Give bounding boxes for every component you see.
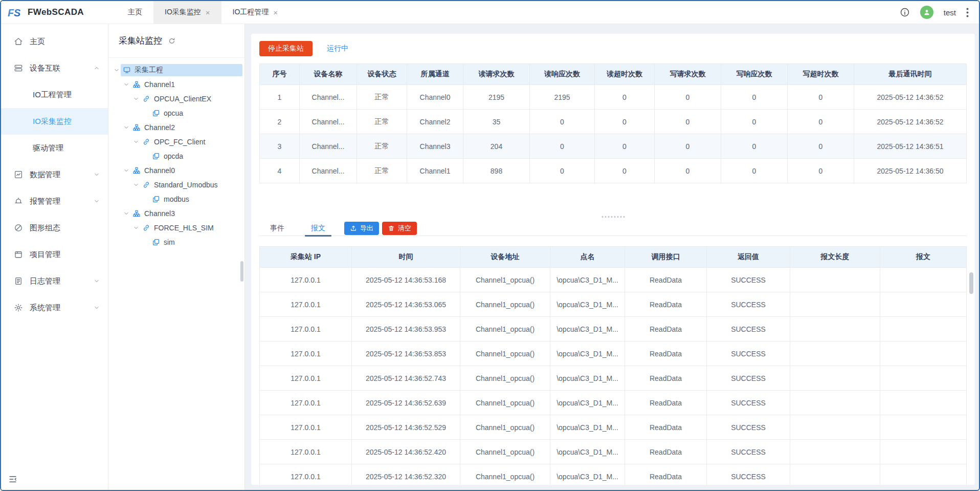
chevron-down-icon[interactable] [132,225,140,231]
tree-panel-title: 采集站监控 [119,35,162,47]
sidebar-item-graphic[interactable]: 图形组态 [1,215,108,241]
column-header: 设备名称 [300,64,357,85]
cell: 0 [595,85,655,110]
cell: 0 [595,110,655,134]
cell [880,391,967,415]
chevron-down-icon[interactable] [122,167,130,174]
sidebar-item-home[interactable]: 主页 [1,28,108,55]
tree-node-opc-fc-client[interactable]: OPC_FC_Client [113,135,242,149]
tree-node-force-hls-sim[interactable]: FORCE_HLS_SIM [113,221,242,235]
message-table-row[interactable]: 127.0.0.12025-05-12 14:36:52.639Channel1… [260,391,967,415]
cell: \opcua\C3_D1_M... [550,391,625,415]
splitter-handle-icon[interactable] [602,216,625,218]
tree-scrollbar[interactable] [240,261,243,282]
device-table-row[interactable]: 2Channel...正常Channel235000002025-05-12 1… [260,110,967,134]
message-table-row[interactable]: 127.0.0.12025-05-12 14:36:53.953Channel1… [260,317,967,341]
chevron-down-icon[interactable] [122,124,130,131]
cell: Channel1_opcua() [460,341,550,366]
cell: 127.0.0.1 [260,391,352,415]
tree-node-modbus[interactable]: modbus [113,192,242,206]
brand: FS FWebSCADA [1,1,108,24]
sidebar-item-alarm[interactable]: 报警管理 [1,188,108,215]
clear-button[interactable]: 清空 [382,222,417,235]
tree-node-channel2[interactable]: Channel2 [113,120,242,135]
message-table-row[interactable]: 127.0.0.12025-05-12 14:36:53.065Channel1… [260,292,967,317]
username: test [944,8,956,17]
message-table-row[interactable]: 127.0.0.12025-05-12 14:36:52.529Channel1… [260,415,967,440]
cell: 2025-05-12 14:36:52.420 [352,440,460,464]
cell: 127.0.0.1 [260,440,352,464]
tree-node-channel1[interactable]: Channel1 [113,77,242,92]
stop-station-button[interactable]: 停止采集站 [259,41,313,56]
chevron-down-icon [94,198,100,204]
tree-node-channel0[interactable]: Channel0 [113,163,242,178]
message-table-row[interactable]: 127.0.0.12025-05-12 14:36:53.853Channel1… [260,341,967,366]
tree-node-opcua[interactable]: opcua [113,106,242,120]
device-table-row[interactable]: 4Channel...正常Channel1898000002025-05-12 … [260,159,967,183]
sidebar-item-log[interactable]: 日志管理 [1,268,108,294]
cell: 127.0.0.1 [260,292,352,317]
cell: 204 [463,134,530,159]
cell: ReadData [625,317,707,341]
chevron-down-icon[interactable] [122,210,130,217]
export-button[interactable]: 导出 [344,222,379,235]
cell [790,415,880,440]
message-table-row[interactable]: 127.0.0.12025-05-12 14:36:52.420Channel1… [260,440,967,464]
info-icon[interactable] [900,7,910,17]
log-tab-message[interactable]: 报文 [300,221,336,236]
close-icon[interactable]: × [206,9,210,16]
user-avatar-icon[interactable] [920,6,933,19]
tree-node-label: Channel2 [144,123,175,132]
tab-home[interactable]: 主页 [117,1,153,24]
close-icon[interactable]: × [273,9,278,16]
tree-node-standard-umodbus[interactable]: Standard_Umodbus [113,178,242,192]
kebab-menu-icon[interactable] [966,8,969,17]
refresh-icon[interactable] [168,37,175,45]
chevron-down-icon[interactable] [132,96,140,102]
cell: 1 [260,85,300,110]
column-header: 设备状态 [357,64,407,85]
sidebar-item-data[interactable]: 数据管理 [1,161,108,188]
menu-fold-icon[interactable] [8,475,17,486]
sitemap-icon [132,209,141,218]
sidebar-item-label: 数据管理 [30,170,60,180]
tree-node-opcda[interactable]: opcda [113,149,242,163]
tree-node-channel3[interactable]: Channel3 [113,206,242,221]
device-icon [14,63,23,73]
chevron-down-icon[interactable] [122,81,130,88]
tab-io-monitor[interactable]: IO采集监控× [153,1,221,24]
sitemap-icon [132,166,141,175]
copy-icon [152,109,160,117]
tree-node-sim[interactable]: sim [113,235,242,249]
tree-node-opcua-clientex[interactable]: OPCUA_ClientEX [113,92,242,106]
tree-node-project-root[interactable]: 采集工程 [113,63,242,77]
sidebar-item-system[interactable]: 系统管理 [1,294,108,321]
cell: ReadData [625,366,707,391]
cell [880,292,967,317]
cell: 2025-05-12 14:36:52.639 [352,391,460,415]
tree-node-label: FORCE_HLS_SIM [154,224,214,232]
sidebar-item-io-project[interactable]: IO工程管理 [1,81,108,108]
message-table-scrollbar[interactable] [969,272,973,294]
tree-node-label: Standard_Umodbus [154,181,218,189]
sidebar-item-io-monitor[interactable]: IO采集监控 [1,108,108,135]
sidebar-item-device-link[interactable]: 设备互联 [1,55,108,81]
gear-icon [14,303,23,312]
chevron-down-icon[interactable] [132,139,140,145]
chevron-down-icon[interactable] [113,67,121,73]
sidebar-item-project[interactable]: 项目管理 [1,241,108,268]
cell: \opcua\C3_D1_M... [550,341,625,366]
cell: 0 [595,134,655,159]
tab-io-project[interactable]: IO工程管理× [221,1,289,24]
device-table: 序号设备名称设备状态所属通道读请求次数读响应次数读超时次数写请求次数写响应次数写… [259,63,967,183]
chevron-down-icon[interactable] [132,182,140,188]
device-table-row[interactable]: 1Channel...正常Channel02195219500002025-05… [260,85,967,110]
sidebar-item-driver[interactable]: 驱动管理 [1,135,108,161]
device-table-row[interactable]: 3Channel...正常Channel3204000002025-05-12 … [260,134,967,159]
message-table-row[interactable]: 127.0.0.12025-05-12 14:36:53.168Channel1… [260,268,967,292]
log-tab-event[interactable]: 事件 [259,221,295,236]
message-table-row[interactable]: 127.0.0.12025-05-12 14:36:52.743Channel1… [260,366,967,391]
column-header: 最后通讯时间 [854,64,967,85]
message-table-row[interactable]: 127.0.0.12025-05-12 14:36:52.320Channel1… [260,464,967,485]
log-tabs: 事件报文 [259,221,341,236]
